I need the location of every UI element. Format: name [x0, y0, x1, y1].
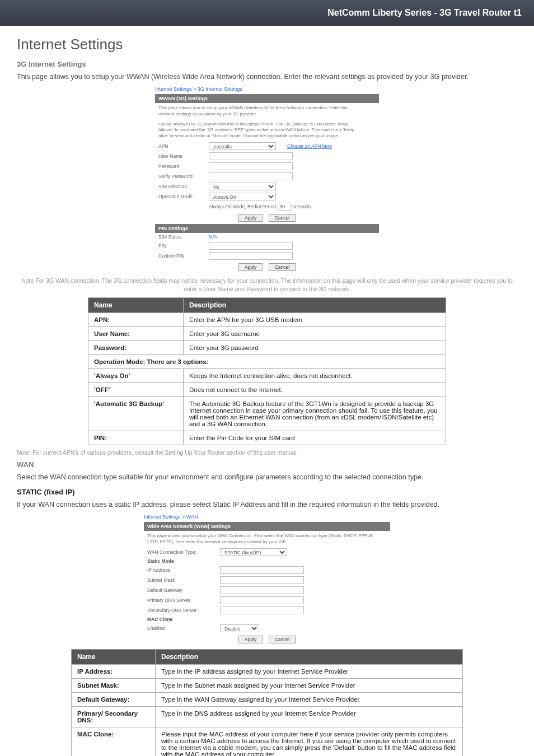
t1-head-desc: Description	[184, 298, 446, 313]
ss2-ip-label: IP Address	[147, 567, 220, 573]
ss2-note: This page allows you to setup your WAN C…	[144, 531, 385, 547]
ss1-pin-apply-button[interactable]: Apply	[238, 263, 263, 271]
intro-3g: This page allows you to setup your WWAN …	[17, 72, 517, 82]
ss2-subnet-label: Subnet Mask	[147, 577, 220, 583]
ss1-apply-button[interactable]: Apply	[238, 214, 263, 222]
ss1-apn-label: APN	[158, 143, 209, 149]
ss1-pin-label: PIN	[158, 243, 209, 249]
note-apn: Note: For current APN's of various provi…	[17, 449, 517, 457]
ss1-sim-label: SIM selection	[158, 184, 209, 189]
table-row: 'Automatic 3G Backup'The Automatic 3G Ba…	[88, 397, 446, 431]
table-row: 'OFF'Does not connect to the Internet.	[88, 383, 446, 397]
ss2-pdns-input[interactable]	[220, 596, 304, 604]
table-row: APN:Enter the APN for your 3G USB modem	[88, 313, 446, 327]
table-row: PIN:Enter the Pin Code for your SIM card	[88, 431, 446, 445]
screenshot-wan-static: Internet Settings > WAN Wide Area Networ…	[17, 514, 517, 646]
t2-head-desc: Description	[156, 650, 463, 665]
ss2-gw-label: Default Gateway	[147, 587, 220, 593]
wan-text: Select the WAN connection type suitable …	[17, 472, 517, 482]
table-row: User Name:Enter your 3G username	[88, 327, 446, 341]
ss1-note2: For an 'Always On' 3G connection this is…	[155, 119, 368, 141]
ss2-gw-input[interactable]	[220, 586, 304, 594]
ss2-sdns-input[interactable]	[220, 606, 304, 614]
top-banner: NetComm Liberty Series - 3G Travel Route…	[0, 0, 534, 26]
ss1-redial-label: Always On Mode, Redial Period	[209, 204, 276, 209]
ss2-mac-head: MAC Clone	[147, 617, 220, 622]
ss1-verify-label: Verify Password	[158, 174, 209, 179]
table-row: 'Always On'Keeps the Internet connection…	[88, 369, 446, 383]
page-title: Internet Settings	[17, 36, 517, 53]
ss2-breadcrumb: Internet Settings > WAN	[144, 514, 390, 520]
ss2-enabled-select[interactable]: Disable	[220, 624, 259, 632]
ss1-choose-apn-link[interactable]: Choose an APN here	[287, 143, 332, 149]
table-row: Password:Enter your 3G password	[88, 341, 446, 355]
ss2-apply-button[interactable]: Apply	[238, 636, 263, 643]
ss1-pin-cancel-button[interactable]: Cancel	[269, 263, 296, 271]
note-3g-wan: Note For 3G WAN connection: The 3G conne…	[17, 277, 517, 293]
ss2-wantype-label: WAN Connection Type:	[147, 549, 220, 555]
subhead-3g: 3G Internet Settings	[17, 60, 517, 68]
table-wan-fields: NameDescription IP Address:Type in the I…	[71, 649, 463, 756]
ss1-bar-pin: PIN Settings	[155, 224, 379, 233]
ss1-confirm-label: Confirm PIN	[158, 253, 209, 259]
ss1-bar-wwan: WWAN (3G) Settings	[155, 94, 379, 103]
ss2-wantype-select[interactable]: STATIC (fixed IP)	[220, 548, 287, 556]
ss2-bar: Wide Area Network (WAN) Settings	[144, 522, 390, 531]
banner-title: NetComm Liberty Series - 3G Travel Route…	[327, 8, 522, 17]
ss1-user-label: User Name	[158, 153, 209, 159]
ss1-op-label: Operation Mode	[158, 194, 209, 199]
table-3g-fields: NameDescription APN:Enter the APN for yo…	[88, 297, 446, 445]
ss2-ip-input[interactable]	[220, 566, 304, 574]
ss1-simstatus-label: SIM Status	[158, 234, 209, 240]
table-row: Default Gateway:Type in the WAN Gateway …	[72, 693, 463, 707]
ss1-redial-input[interactable]	[278, 203, 291, 211]
static-text: If your WAN connection uses a static IP …	[17, 500, 517, 510]
ss1-cancel-button[interactable]: Cancel	[269, 214, 296, 222]
ss1-user-input[interactable]	[209, 152, 293, 160]
ss2-enabled-label: Enabled	[147, 626, 220, 631]
ss2-pdns-label: Primary DNS Server	[147, 598, 220, 603]
ss1-op-select[interactable]: Always On	[209, 193, 276, 200]
ss1-simstatus-value: N/A	[209, 234, 217, 240]
ss1-pass-label: Password	[158, 164, 209, 169]
page-content: Internet Settings 3G Internet Settings T…	[0, 26, 534, 756]
table-row: Primary/ Secondary DNS:Type in the DNS a…	[72, 707, 463, 727]
table-row: MAC Clone:Please input the MAC address o…	[72, 727, 463, 756]
ss1-sim-select[interactable]: No	[209, 183, 276, 190]
ss2-static-mode: Static Mode	[147, 558, 220, 564]
table-row: IP Address:Type in the IP address assign…	[72, 665, 463, 679]
ss1-apn-select[interactable]: Australia	[209, 142, 276, 150]
ss1-pin-input[interactable]	[209, 242, 293, 250]
ss1-verify-input[interactable]	[209, 172, 293, 180]
ss2-sdns-label: Secondary DNS Server	[147, 608, 220, 613]
ss1-pass-input[interactable]	[209, 162, 293, 170]
ss1-confirm-input[interactable]	[209, 252, 293, 260]
ss2-cancel-button[interactable]: Cancel	[269, 636, 296, 643]
ss1-redial-unit: seconds	[292, 204, 311, 209]
t2-head-name: Name	[72, 650, 156, 665]
ss1-note1: This page allows you to setup your WWAN …	[155, 103, 368, 119]
t1-head-name: Name	[88, 298, 184, 313]
subhead-static: STATIC (fixed IP)	[17, 488, 517, 496]
ss1-breadcrumb: Internet Settings > 3G Internet Settings	[155, 86, 379, 92]
table-row: Subnet Mask:Type in the Subnet mask assi…	[72, 679, 463, 693]
ss2-subnet-input[interactable]	[220, 576, 304, 584]
subhead-wan: WAN	[17, 460, 517, 469]
table-row-span: Operation Mode; There are 3 options:	[88, 355, 446, 369]
screenshot-3g-settings: Internet Settings > 3G Internet Settings…	[17, 86, 517, 273]
